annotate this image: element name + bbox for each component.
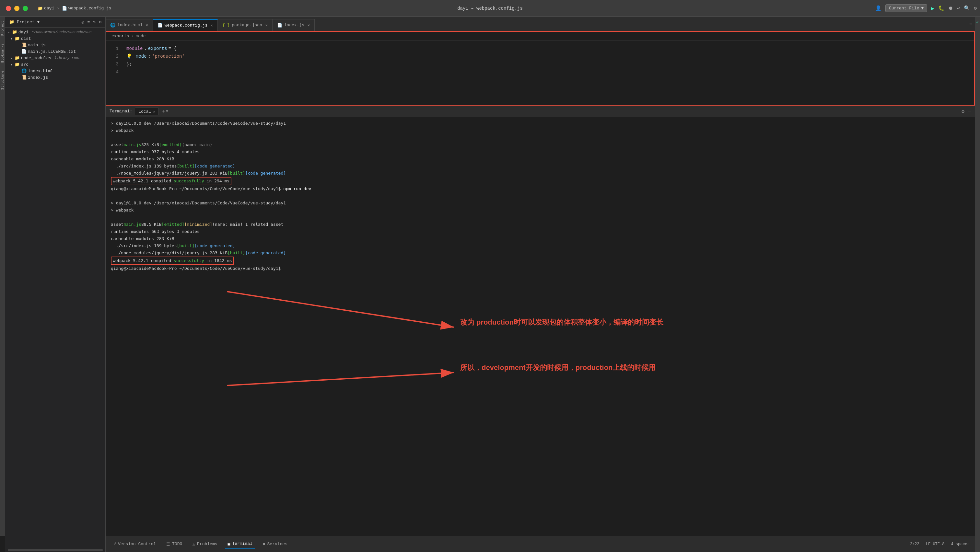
locate-icon[interactable]: ◎ — [82, 19, 84, 25]
tree-label: node_modules — [21, 56, 51, 60]
project-tab[interactable]: Project — [0, 17, 5, 40]
terminal-line-highlight-1: webpack 5.42.1 compiled successfully in … — [111, 177, 970, 185]
gear-icon[interactable]: ⚙ — [99, 19, 102, 25]
tabs-more-button[interactable]: ⋯ — [968, 21, 972, 27]
chevron-down-icon: ▼ — [921, 6, 924, 11]
settings-icon[interactable]: ⚙ — [961, 108, 965, 115]
folder-icon: 📁 — [14, 62, 20, 67]
back-button[interactable]: ↩ — [957, 5, 960, 11]
window-controls[interactable] — [0, 6, 28, 11]
vertical-tabs: Project Bookmarks Structure — [0, 17, 5, 536]
tree-path: ~/Documents/Code/VueCode/vue — [32, 30, 92, 34]
titlebar-right-controls: 👤 Current File ▼ ▶ 🐛 ⏺ ↩ 🔍 ⚙ — [875, 4, 977, 12]
settings-button[interactable]: ⚙ — [974, 5, 977, 11]
terminal-line: > webpack — [111, 207, 970, 214]
bookmarks-tab[interactable]: Bookmarks — [0, 40, 5, 67]
breadcrumb-day1[interactable]: 📁 day1 — [38, 6, 54, 11]
terminal-line: asset main.js 88.5 KiB [emitted] [minimi… — [111, 221, 970, 228]
terminal-tab-local[interactable]: Local ✕ — [135, 108, 159, 115]
terminal-line: ./src/index.js 139 bytes [built] [code g… — [111, 242, 970, 249]
tree-item-index-js[interactable]: 📜 index.js — [5, 74, 105, 81]
terminal-dropdown-button[interactable]: ▼ — [166, 109, 168, 114]
maximize-button[interactable] — [23, 6, 28, 11]
tree-item-dist[interactable]: ▾ 📁 dist — [5, 35, 105, 42]
terminal-line: > webpack — [111, 127, 970, 134]
user-icon[interactable]: 👤 — [875, 5, 881, 11]
tab-close-icon[interactable]: ✕ — [146, 23, 148, 27]
coverage-button[interactable]: ⏺ — [948, 5, 953, 11]
collapse-icon[interactable]: ≡ — [88, 19, 90, 25]
expand-arrow: ▾ — [10, 36, 13, 41]
tree-item-license[interactable]: 📄 main.js.LICENSE.txt — [5, 48, 105, 55]
code-line-1: module.exports = { — [123, 45, 974, 52]
tab-services[interactable]: ● Services — [260, 540, 290, 549]
tab-index-html[interactable]: 🌐 index.html ✕ — [106, 19, 153, 31]
tab-label: package.json — [232, 23, 262, 27]
warning-icon: ⚠ — [192, 542, 195, 547]
tree-item-day1[interactable]: ▾ 📁 day1 ~/Documents/Code/VueCode/vue — [5, 29, 105, 35]
encoding-status: LF UTF-8 — [926, 542, 945, 547]
expand-arrow: ▾ — [8, 30, 10, 34]
tab-terminal[interactable]: ▣ Terminal — [225, 539, 255, 549]
html-file-icon: 🌐 — [21, 68, 27, 73]
tab-package-json[interactable]: { } package.json ✕ — [218, 19, 272, 31]
sort-icon[interactable]: ⇅ — [93, 19, 95, 25]
breadcrumb-mode: mode — [135, 34, 145, 38]
terminal-add-button[interactable]: ＋ — [161, 108, 166, 115]
expand-arrow: ▸ — [10, 56, 13, 60]
bulb-icon: 💡 — [126, 52, 132, 60]
tab-label: index.js — [284, 23, 304, 27]
file-tree-content: ▾ 📁 day1 ~/Documents/Code/VueCode/vue ▾ … — [5, 27, 105, 548]
tree-label: src — [21, 62, 29, 67]
tab-webpack-config[interactable]: 📄 webpack.config.js ✕ — [153, 19, 218, 31]
terminal-icon: ▣ — [228, 541, 231, 547]
folder-icon: 📁 — [38, 6, 43, 11]
txt-file-icon: 📄 — [21, 49, 27, 54]
file-tree-header: 📁 Project ▼ ◎ ≡ ⇅ ⚙ — [5, 17, 105, 27]
terminal-content[interactable]: > day1@1.0.0 dev /Users/xiaocai/Document… — [106, 117, 975, 536]
code-content[interactable]: module.exports = { 💡 mode: 'production' … — [123, 41, 974, 102]
breadcrumb-file[interactable]: 📄 webpack.config.js — [62, 6, 111, 11]
close-button[interactable] — [6, 6, 11, 11]
library-root-label: library root — [54, 56, 80, 60]
tab-close-icon[interactable]: ✕ — [211, 23, 213, 27]
terminal-line: > day1@1.0.0 dev /Users/xiaocai/Document… — [111, 200, 970, 207]
horizontal-scrollbar[interactable] — [8, 549, 103, 551]
tab-index-js[interactable]: 📄 index.js ✕ — [272, 19, 315, 31]
compile-success-box-1: webpack 5.42.1 compiled successfully in … — [111, 177, 231, 185]
tree-label: index.js — [28, 75, 48, 80]
terminal-tabs-bar: Terminal: Local ✕ ＋ ▼ ⚙ — — [106, 106, 975, 117]
terminal-right-controls[interactable]: ⚙ — — [961, 108, 971, 115]
tab-close-icon[interactable]: ✕ — [266, 23, 268, 27]
terminal-label: Terminal: — [110, 109, 132, 114]
run-button[interactable]: ▶ — [931, 5, 934, 12]
tree-item-src[interactable]: ▾ 📁 src — [5, 61, 105, 68]
check-icon: ✓ — [977, 19, 979, 25]
tree-item-node-modules[interactable]: ▸ 📁 node_modules library root — [5, 55, 105, 61]
terminal-line — [111, 214, 970, 221]
structure-tab[interactable]: Structure — [0, 67, 5, 94]
debug-button[interactable]: 🐛 — [938, 5, 944, 11]
tree-label: day1 — [19, 30, 29, 35]
terminal-line: qiang@xiaocaideMacBook-Pro ~/Documents/C… — [111, 185, 970, 192]
terminal-close-icon[interactable]: ✕ — [153, 109, 155, 114]
tree-item-index-html[interactable]: 🌐 index.html — [5, 68, 105, 74]
current-file-button[interactable]: Current File ▼ — [885, 4, 927, 12]
breadcrumb-exports: exports — [111, 34, 129, 38]
minimize-icon[interactable]: — — [968, 108, 971, 115]
tab-todo[interactable]: ☰ TODO — [164, 540, 185, 549]
tab-close-icon[interactable]: ✕ — [307, 23, 310, 27]
tab-problems[interactable]: ⚠ Problems — [190, 540, 220, 549]
search-button[interactable]: 🔍 — [964, 5, 970, 11]
tree-label: main.js — [28, 43, 46, 48]
file-tree-actions[interactable]: ◎ ≡ ⇅ ⚙ — [82, 19, 102, 25]
terminal-line: runtime modules 663 bytes 3 modules — [111, 228, 970, 235]
tree-item-mainjs[interactable]: 📜 main.js — [5, 42, 105, 48]
js-icon: 📄 — [158, 23, 163, 28]
code-editor[interactable]: 1 2 3 4 module.exports = { 💡 mode: 'prod… — [106, 41, 974, 102]
folder-icon: 📁 — [14, 56, 20, 60]
code-line-2: 💡 mode: 'production' — [123, 52, 974, 60]
minimize-button[interactable] — [14, 6, 19, 11]
folder-icon: 📁 — [14, 36, 20, 41]
tab-version-control[interactable]: ⑂ Version Control — [111, 540, 159, 549]
